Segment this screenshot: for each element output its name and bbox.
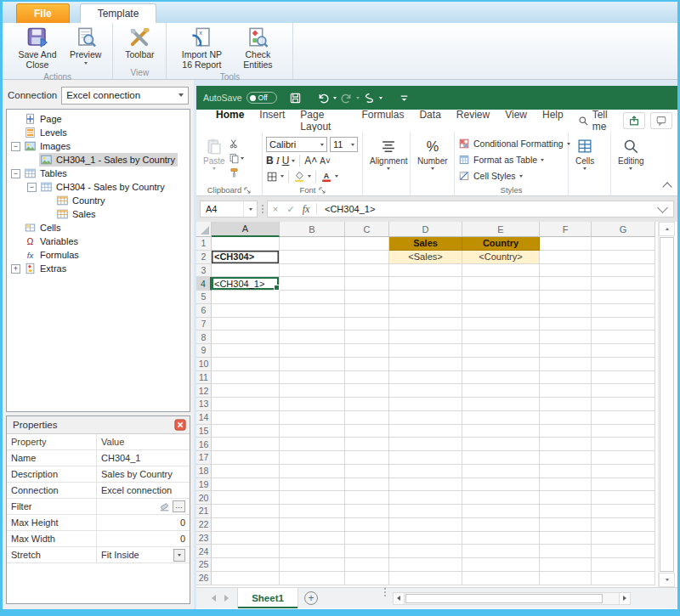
cell-d9[interactable]: [389, 344, 462, 358]
cell-c1[interactable]: [345, 237, 389, 251]
cell-c2[interactable]: [345, 251, 389, 264]
cell-b7[interactable]: [280, 318, 345, 331]
property-row-max-width[interactable]: Max Width0: [7, 531, 190, 547]
cell-a16[interactable]: [212, 438, 280, 451]
row-header-21[interactable]: 21: [196, 505, 212, 518]
lasso-select-icon[interactable]: [363, 92, 376, 105]
toolbar-button[interactable]: Toolbar: [120, 25, 159, 62]
close-icon[interactable]: [174, 419, 186, 431]
cell-b11[interactable]: [280, 371, 345, 385]
column-header-a[interactable]: A: [212, 222, 280, 237]
cell-e23[interactable]: [462, 532, 540, 545]
formula-input-bar[interactable]: × ✓ fx <CH304_1>: [267, 201, 674, 218]
cell-g6[interactable]: [592, 304, 655, 318]
cell-e17[interactable]: [462, 451, 540, 465]
cell-g7[interactable]: [592, 318, 655, 331]
cell-d22[interactable]: [389, 518, 462, 532]
cell-e15[interactable]: [462, 425, 540, 438]
cell-a20[interactable]: [212, 491, 280, 505]
cell-a19[interactable]: [212, 478, 280, 492]
cell-e19[interactable]: [462, 478, 540, 492]
cell-b17[interactable]: [280, 451, 345, 465]
tree-item-ch304-1-sales-by-country[interactable]: CH304_1 - Sales by Country: [7, 153, 190, 167]
comment-icon[interactable]: [650, 112, 672, 129]
cell-g2[interactable]: [592, 251, 655, 264]
cell-e6[interactable]: [462, 304, 540, 318]
cell-g25[interactable]: [592, 558, 655, 572]
sheet-tab-sheet1[interactable]: Sheet1: [237, 588, 298, 608]
cell-c16[interactable]: [345, 438, 389, 451]
cell-c25[interactable]: [345, 558, 389, 572]
cell-g17[interactable]: [592, 451, 655, 465]
format-painter-icon[interactable]: [229, 167, 244, 179]
minus-expander-icon[interactable]: −: [11, 169, 20, 178]
cell-a18[interactable]: [212, 465, 280, 478]
tree-item-extras[interactable]: +Extras: [7, 262, 190, 275]
cell-b13[interactable]: [280, 398, 345, 411]
cell-e25[interactable]: [462, 558, 540, 572]
row-header-9[interactable]: 9: [196, 344, 212, 358]
tree-item-levels[interactable]: Levels: [7, 126, 190, 139]
underline-dropdown-icon[interactable]: [292, 160, 295, 162]
cell-f21[interactable]: [540, 505, 592, 518]
cell-c10[interactable]: [345, 358, 389, 371]
cell-a21[interactable]: [212, 505, 280, 518]
cells-button[interactable]: Cells: [572, 134, 598, 184]
row-header-12[interactable]: 12: [196, 384, 212, 398]
decrease-font-button[interactable]: A˅: [320, 156, 331, 166]
cell-f5[interactable]: [540, 291, 592, 304]
cell-b24[interactable]: [280, 545, 345, 558]
column-header-g[interactable]: G: [592, 222, 655, 237]
cell-g9[interactable]: [592, 344, 655, 358]
cell-a6[interactable]: [212, 304, 280, 318]
cell-d15[interactable]: [389, 425, 462, 438]
cell-b6[interactable]: [280, 304, 345, 318]
cell-a22[interactable]: [212, 518, 280, 532]
format-as-table-button[interactable]: Format as Table: [458, 152, 570, 167]
cell-e1[interactable]: Country: [462, 237, 540, 251]
check-entities-button[interactable]: Check Entities: [230, 25, 286, 71]
alignment-button[interactable]: Alignment: [366, 134, 411, 184]
cell-c12[interactable]: [345, 384, 389, 398]
cell-f4[interactable]: [540, 277, 592, 291]
cell-c24[interactable]: [345, 545, 389, 558]
lasso-dropdown-icon[interactable]: [379, 97, 382, 99]
conditional-formatting-button[interactable]: Conditional Formatting: [458, 136, 570, 151]
tell-me[interactable]: Tell me: [578, 109, 623, 133]
row-header-15[interactable]: 15: [196, 425, 212, 438]
cell-c26[interactable]: [345, 572, 389, 585]
increase-font-button[interactable]: A˄: [304, 155, 317, 167]
column-header-e[interactable]: E: [462, 222, 540, 237]
cell-c4[interactable]: [345, 277, 389, 291]
cell-g26[interactable]: [592, 572, 655, 585]
cell-b12[interactable]: [280, 384, 345, 398]
dialog-launcher-icon[interactable]: [244, 187, 251, 194]
cell-f19[interactable]: [540, 478, 592, 492]
cell-g4[interactable]: [592, 277, 655, 291]
cell-a7[interactable]: [212, 318, 280, 331]
cell-e8[interactable]: [462, 331, 540, 344]
cell-a9[interactable]: [212, 344, 280, 358]
tree-item-images[interactable]: −Images: [7, 139, 190, 153]
cell-g3[interactable]: [592, 264, 655, 278]
property-row-name[interactable]: NameCH304_1: [7, 450, 190, 466]
cell-b14[interactable]: [280, 411, 345, 425]
cell-f18[interactable]: [540, 465, 592, 478]
cell-a3[interactable]: [212, 264, 280, 278]
cell-g15[interactable]: [592, 425, 655, 438]
underline-button[interactable]: U: [282, 155, 290, 167]
confirm-entry-icon[interactable]: ✓: [283, 204, 298, 215]
cell-a23[interactable]: [212, 532, 280, 545]
cell-d20[interactable]: [389, 491, 462, 505]
horizontal-scroll-track[interactable]: [405, 592, 619, 605]
cell-f16[interactable]: [540, 438, 592, 451]
row-header-23[interactable]: 23: [196, 532, 212, 545]
row-header-26[interactable]: 26: [196, 572, 212, 585]
cell-f8[interactable]: [540, 331, 592, 344]
cell-d14[interactable]: [389, 411, 462, 425]
property-row-filter[interactable]: Filter…: [7, 499, 190, 515]
cell-c18[interactable]: [345, 465, 389, 478]
paste-button[interactable]: Paste: [200, 134, 229, 184]
cell-e12[interactable]: [462, 384, 540, 398]
property-row-max-height[interactable]: Max Height0: [7, 515, 190, 531]
